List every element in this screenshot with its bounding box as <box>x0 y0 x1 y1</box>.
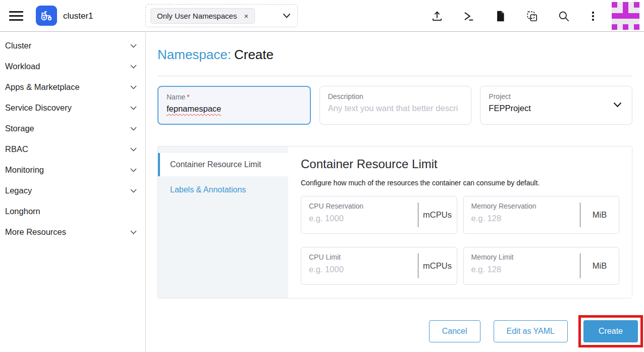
edit-as-yaml-button[interactable]: Edit as YAML <box>494 320 568 342</box>
import-yaml-icon[interactable] <box>431 10 444 23</box>
chevron-down-icon <box>130 147 137 152</box>
create-button[interactable]: Create <box>583 320 638 342</box>
project-select-value: FEPProject <box>489 104 624 113</box>
sidebar-item-rbac[interactable]: RBAC <box>0 139 145 160</box>
tab-list: Container Resource Limit Labels & Annota… <box>158 146 288 298</box>
chevron-down-icon <box>130 44 137 48</box>
cluster-name: cluster1 <box>63 0 93 32</box>
annotation-highlight-box: Create <box>578 315 643 347</box>
namespace-filter-chip-label: Only User Namespaces <box>157 12 237 20</box>
unit-label: MiB <box>580 253 619 279</box>
project-select-label: Project <box>489 92 624 100</box>
memory-limit-input[interactable]: Memory Limit e.g. 128 MiB <box>463 247 620 285</box>
sidebar-item-longhorn[interactable]: Longhorn <box>0 201 145 222</box>
sidebar-item-label: Workload <box>5 62 40 71</box>
resource-tabs-panel: Container Resource Limit Labels & Annota… <box>157 146 632 298</box>
main-content: Namespace:Create Name* fepnamespace Desc… <box>146 32 644 352</box>
sidebar-item-monitoring[interactable]: Monitoring <box>0 160 145 180</box>
unit-label: mCPUs <box>418 253 457 279</box>
kebab-menu-icon[interactable] <box>586 10 600 23</box>
sidebar-item-label: Legacy <box>5 186 32 195</box>
tab-container-resource-limit[interactable]: Container Resource Limit <box>158 153 288 176</box>
name-field[interactable]: Name* fepnamespace <box>157 86 311 125</box>
description-field-placeholder: Any text you want that better descri <box>328 104 463 113</box>
page-title-action: Create <box>234 47 274 62</box>
cpu-limit-placeholder: e.g. 1000 <box>309 265 418 274</box>
chevron-down-icon <box>130 189 137 193</box>
metadata-fields-row: Name* fepnamespace Description Any text … <box>157 86 632 125</box>
tab-content: Container Resource Limit Configure how m… <box>288 146 632 298</box>
cpu-limit-input[interactable]: CPU Limit e.g. 1000 mCPUs <box>301 247 457 285</box>
sidebar-item-storage[interactable]: Storage <box>0 118 145 139</box>
sidebar-item-label: Cluster <box>5 41 31 51</box>
copy-kubeconfig-icon[interactable] <box>525 10 539 23</box>
top-header: cluster1 Only User Namespaces × <box>0 0 644 32</box>
sidebar-item-label: RBAC <box>5 144 28 154</box>
memory-reservation-input[interactable]: Memory Reservation e.g. 128 MiB <box>463 196 620 234</box>
sidebar-item-label: Apps & Marketplace <box>5 82 80 92</box>
memory-limit-label: Memory Limit <box>471 253 580 261</box>
description-field[interactable]: Description Any text you want that bette… <box>319 86 472 125</box>
sidebar-item-label: Longhorn <box>5 207 40 216</box>
sidebar-item-workload[interactable]: Workload <box>0 56 145 77</box>
chevron-down-icon[interactable] <box>283 13 291 19</box>
tab-labels-annotations[interactable]: Labels & Annotations <box>158 178 288 202</box>
sidebar-item-label: More Resources <box>5 227 66 237</box>
sidebar-item-label: Monitoring <box>5 165 44 175</box>
namespace-filter-dropdown[interactable]: Only User Namespaces × <box>145 4 298 27</box>
cluster-badge[interactable] <box>36 6 57 26</box>
rancher-app-window: cluster1 Only User Namespaces × <box>0 0 644 352</box>
chevron-down-icon <box>130 106 137 110</box>
cpu-reservation-input[interactable]: CPU Reservation e.g. 1000 mCPUs <box>301 196 457 234</box>
cancel-button[interactable]: Cancel <box>429 320 480 342</box>
sidebar-nav: Cluster Workload Apps & Marketplace Serv… <box>0 32 146 352</box>
section-description: Configure how much of the resources the … <box>301 179 619 187</box>
chip-remove-icon[interactable]: × <box>244 12 248 20</box>
name-field-label: Name* <box>167 93 302 101</box>
section-heading: Container Resource Limit <box>301 157 619 171</box>
download-kubeconfig-icon[interactable] <box>494 10 507 23</box>
chevron-down-icon <box>130 127 137 131</box>
project-select[interactable]: Project FEPProject <box>480 86 632 125</box>
unit-label: MiB <box>580 202 619 228</box>
tractor-icon <box>39 9 53 23</box>
avatar[interactable] <box>612 2 639 30</box>
chevron-down-icon <box>130 65 137 69</box>
title-divider <box>157 76 632 76</box>
sidebar-item-apps-marketplace[interactable]: Apps & Marketplace <box>0 77 145 97</box>
menu-icon[interactable] <box>9 11 23 21</box>
page-title: Namespace:Create <box>157 46 632 63</box>
sidebar-item-legacy[interactable]: Legacy <box>0 180 145 201</box>
name-field-value[interactable]: fepnamespace <box>167 104 221 113</box>
form-footer: Cancel Edit as YAML Create <box>157 315 632 347</box>
limits-grid: CPU Reservation e.g. 1000 mCPUs Memory R… <box>301 196 619 285</box>
sidebar-item-service-discovery[interactable]: Service Discovery <box>0 97 145 118</box>
chevron-down-icon <box>130 85 137 89</box>
search-icon[interactable] <box>557 10 570 23</box>
cpu-limit-label: CPU Limit <box>309 253 418 261</box>
required-marker: * <box>187 93 189 101</box>
cpu-reservation-label: CPU Reservation <box>309 202 418 210</box>
sidebar-item-label: Storage <box>5 124 34 133</box>
unit-label: mCPUs <box>418 202 457 228</box>
cpu-reservation-placeholder: e.g. 1000 <box>309 214 418 223</box>
sidebar-item-cluster[interactable]: Cluster <box>0 35 145 56</box>
memory-reservation-placeholder: e.g. 128 <box>471 214 580 223</box>
kubectl-shell-icon[interactable] <box>462 10 475 23</box>
sidebar-item-more-resources[interactable]: More Resources <box>0 222 145 242</box>
memory-reservation-label: Memory Reservation <box>471 202 580 210</box>
page-title-resource: Namespace: <box>157 47 231 62</box>
description-field-label: Description <box>328 92 463 100</box>
chevron-down-icon <box>130 168 137 172</box>
memory-limit-placeholder: e.g. 128 <box>471 265 580 274</box>
namespace-filter-chip[interactable]: Only User Namespaces × <box>150 8 255 24</box>
chevron-down-icon <box>130 230 137 234</box>
sidebar-item-label: Service Discovery <box>5 103 72 113</box>
chevron-down-icon[interactable] <box>613 102 622 108</box>
